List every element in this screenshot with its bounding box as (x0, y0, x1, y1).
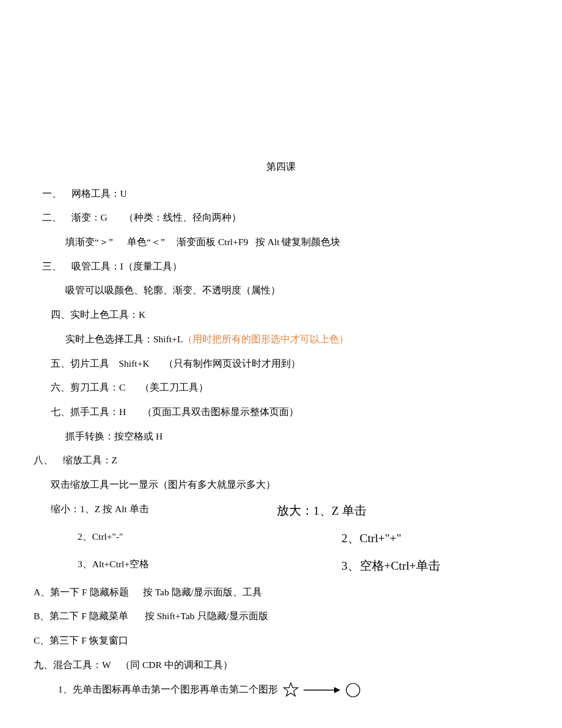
zoom-out-2: 2、Ctrl+"-" (34, 530, 304, 543)
item-2-sub-alt-pre: 按 (255, 237, 268, 247)
item-2-sub-alt-key: Alt (268, 237, 282, 247)
a-tail: 隐藏标题 (87, 587, 129, 597)
item-9: 九、混合工具：W （同 CDR 中的调和工具） (34, 658, 528, 672)
item-4-sub-highlight: （用时把所有的图形选中才可以上色） (183, 334, 349, 344)
item-9-sub-num: 1、 (58, 684, 73, 694)
item-5-key: Shift+K (119, 358, 150, 369)
item-5-text: 五、切片工具 (51, 358, 109, 369)
a-mid-pre: 按 (143, 587, 155, 597)
blend-figure (283, 682, 361, 698)
num-2: 二、 (42, 212, 62, 222)
item-4-sub-pre: 实时上色选择工具： (65, 334, 153, 344)
zoom-in-3-post: 单击 (416, 559, 440, 572)
item-9-key: W (102, 660, 111, 670)
item-9-post-suf: 中的调和工具） (164, 660, 233, 670)
b-mid-key: Shift+Tab (157, 611, 197, 621)
zoom-in-2: 2、Ctrl+"+" (304, 530, 528, 546)
item-2-note: （种类：线性、径向两种） (124, 212, 241, 222)
item-2-sub-alt-post: 键复制颜色块 (282, 237, 340, 247)
item-9-sub: 1、先单击图标再单击第一个图形再单击第二个图形 (34, 682, 528, 698)
zoom-in-3-kp: +Ctrl+ (384, 559, 416, 572)
item-3: 三、 吸管工具：I（度量工具） (34, 260, 528, 273)
item-8-key: Z (112, 455, 117, 465)
zoom-row-3: 3、Alt+Ctrl+空格 3、空格+Ctrl+单击 (34, 557, 528, 574)
item-7-text: 七、抓手工具： (51, 406, 119, 417)
zoom-out-1-k2: Alt (115, 504, 130, 514)
star-icon (283, 682, 299, 698)
b-key: F (81, 611, 87, 621)
zoom-in-2-num: 2、 (341, 532, 360, 545)
zoom-in-1-num: 1、 (313, 504, 332, 517)
zoom-out-1-k1: Z (95, 504, 103, 514)
zoom-in-1: 放大：1、Z 单击 (277, 502, 528, 519)
zoom-out-label: 缩小： (51, 504, 80, 514)
svg-point-3 (346, 683, 360, 697)
zoom-in-label: 放大： (277, 504, 313, 517)
item-8-sub1: 双击缩放工具一比一显示（图片有多大就显示多大） (34, 478, 528, 491)
b-text: 、第二下 (40, 611, 81, 621)
item-3-sub-text: 吸管可以吸颜色、轮廓、渐变、不透明度（属性） (65, 285, 280, 295)
item-2-sub-single: 单色“＜” (127, 237, 165, 247)
item-2-sub-panel-key: Ctrl+F9 (218, 237, 248, 247)
a-key: F (82, 587, 87, 597)
item-c: C、第三下 F 恢复窗口 (34, 634, 528, 647)
zoom-out-3-num: 3、 (78, 559, 92, 569)
item-2-sub-panel-pre: 渐变面板 (177, 237, 218, 247)
arrow-icon (304, 686, 340, 694)
item-3-text-pre: 吸管工具： (71, 261, 120, 271)
item-5-note: （只有制作网页设计时才用到） (164, 358, 301, 369)
item-1: 一、 网格工具：U (34, 187, 528, 200)
zoom-row-1: 缩小：1、Z 按 Alt 单击 放大：1、Z 单击 (34, 502, 528, 519)
item-7-sub-key: H (156, 431, 162, 441)
svg-marker-2 (334, 687, 340, 693)
zoom-out-1-post: 单击 (130, 504, 149, 514)
item-8-text: 缩放工具： (63, 455, 112, 465)
zoom-out-2-key: Ctrl+"-" (92, 531, 123, 542)
zoom-in-3: 3、空格+Ctrl+单击 (304, 557, 528, 574)
zoom-in-1-k: Z (332, 504, 342, 517)
zoom-out-1-mid: 按 (103, 504, 115, 514)
item-a: A、第一下 F 隐藏标题 按 Tab 隐藏/显示面版、工具 (34, 586, 528, 599)
zoom-out-2-num: 2、 (78, 531, 92, 542)
item-6-key: C (119, 382, 125, 392)
zoom-out-3-post: 空格 (130, 559, 149, 569)
c-pre: C (34, 635, 40, 645)
item-8: 八、 缩放工具：Z (34, 454, 528, 467)
item-7-sub-text: 抓手转换：按空格或 (65, 431, 156, 441)
document-page: 第四课 一、 网格工具：U 二、 渐变：G （种类：线性、径向两种） 填渐变“＞… (0, 0, 562, 728)
b-tail: 隐藏菜单 (87, 611, 128, 621)
item-8-sub1-text: 双击缩放工具一比一显示（图片有多大就显示多大） (51, 479, 276, 490)
item-6: 六、剪刀工具：C （美工刀工具） (34, 381, 528, 394)
item-4-sub-key: Shift+L (153, 334, 183, 344)
item-4: 四、实时上色工具：K (34, 308, 528, 322)
a-mid-post: 隐藏/显示面版、工具 (172, 587, 262, 597)
circle-icon (345, 682, 361, 698)
item-9-post-key: CDR (142, 660, 164, 670)
item-1-text: 网格工具： (71, 188, 120, 199)
b-pre: B (34, 611, 40, 621)
item-2-text: 渐变： (71, 212, 101, 222)
zoom-in-2-key: Ctrl+"+" (360, 532, 401, 545)
item-9-post-pre: （同 (120, 660, 142, 670)
item-7-note: （页面工具双击图标显示整体页面） (142, 406, 299, 417)
item-2-sub-fill: 填渐变“＞” (65, 237, 113, 247)
item-9-sub-text: 先单击图标再单击第一个图形再单击第二个图形 (73, 684, 278, 694)
a-text: 、第一下 (40, 587, 82, 597)
item-2: 二、 渐变：G （种类：线性、径向两种） (34, 211, 528, 224)
a-pre: A (34, 587, 40, 597)
item-6-note: （美工刀工具） (140, 382, 208, 392)
zoom-out-3: 3、Alt+Ctrl+空格 (34, 557, 304, 571)
zoom-in-3-num: 3、 (341, 559, 360, 572)
item-4-text: 四、实时上色工具： (51, 309, 139, 320)
item-3-sub: 吸管可以吸颜色、轮廓、渐变、不透明度（属性） (34, 284, 528, 297)
a-mid-key: Tab (155, 587, 172, 597)
item-2-sub: 填渐变“＞” 单色“＜” 渐变面板 Ctrl+F9 按 Alt 键复制颜色块 (34, 235, 528, 249)
num-1: 一、 (42, 188, 62, 199)
c-key: F (81, 635, 87, 645)
zoom-out-1-num: 1、 (80, 504, 95, 514)
item-7: 七、抓手工具：H （页面工具双击图标显示整体页面） (34, 405, 528, 419)
zoom-in-1-post: 单击 (342, 504, 367, 517)
zoom-out-3-key: Alt+Ctrl+ (92, 559, 130, 569)
b-mid-pre: 按 (145, 611, 157, 621)
item-7-key: H (119, 406, 126, 417)
